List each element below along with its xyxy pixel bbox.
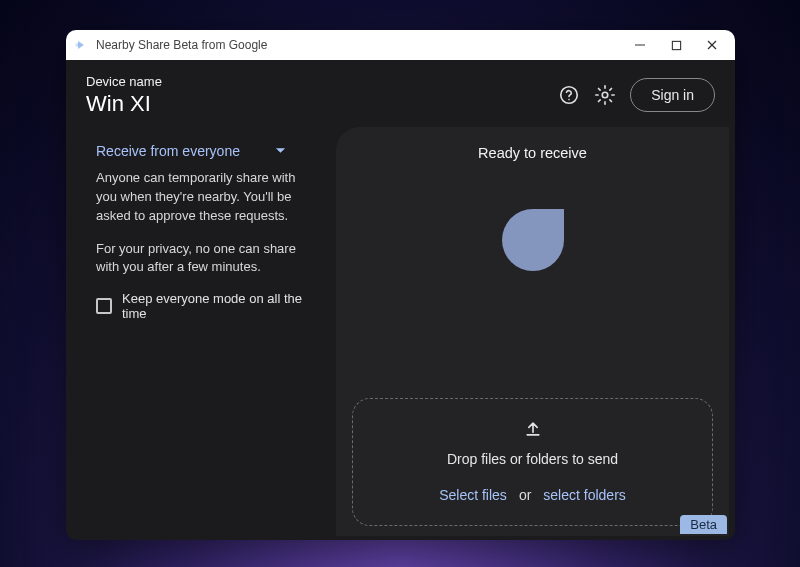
device-avatar-icon [502, 209, 564, 271]
keep-everyone-checkbox[interactable] [96, 298, 112, 314]
header: Device name Win XI Sign in [66, 60, 735, 127]
svg-point-6 [602, 92, 608, 98]
receive-description-2: For your privacy, no one can share with … [96, 240, 316, 278]
header-actions: Sign in [558, 78, 715, 112]
device-name-value: Win XI [86, 91, 162, 117]
right-panel: Ready to receive Drop files or folders t… [336, 127, 729, 536]
signin-button[interactable]: Sign in [630, 78, 715, 112]
select-row: Select files or select folders [439, 487, 626, 503]
left-panel: Receive from everyone Anyone can tempora… [66, 127, 336, 536]
titlebar: Nearby Share Beta from Google [66, 30, 735, 60]
receive-mode-dropdown[interactable]: Receive from everyone [96, 139, 286, 169]
app-icon [74, 38, 88, 52]
help-icon[interactable] [558, 84, 580, 106]
receive-description-1: Anyone can temporarily share with you wh… [96, 169, 316, 226]
select-folders-link[interactable]: select folders [543, 487, 625, 503]
upload-icon [523, 419, 543, 443]
app-window: Nearby Share Beta from Google Device nam… [66, 30, 735, 540]
minimize-button[interactable] [633, 38, 647, 52]
keep-everyone-checkbox-label: Keep everyone mode on all the time [122, 291, 318, 321]
drop-zone[interactable]: Drop files or folders to send Select fil… [352, 398, 713, 526]
drop-zone-label: Drop files or folders to send [447, 451, 618, 467]
device-name-block: Device name Win XI [86, 74, 162, 117]
or-text: or [519, 487, 531, 503]
content: Receive from everyone Anyone can tempora… [66, 127, 735, 540]
device-name-label: Device name [86, 74, 162, 89]
gear-icon[interactable] [594, 84, 616, 106]
svg-rect-1 [672, 41, 680, 49]
svg-point-5 [568, 99, 570, 101]
window-title: Nearby Share Beta from Google [96, 38, 633, 52]
select-files-link[interactable]: Select files [439, 487, 507, 503]
window-controls [633, 38, 727, 52]
receive-mode-label: Receive from everyone [96, 143, 240, 159]
chevron-down-icon [275, 143, 286, 159]
maximize-button[interactable] [669, 38, 683, 52]
keep-everyone-checkbox-row: Keep everyone mode on all the time [96, 291, 318, 321]
beta-badge: Beta [680, 515, 727, 534]
app-body: Device name Win XI Sign in Receive from … [66, 60, 735, 540]
close-button[interactable] [705, 38, 719, 52]
ready-to-receive-label: Ready to receive [478, 145, 587, 161]
